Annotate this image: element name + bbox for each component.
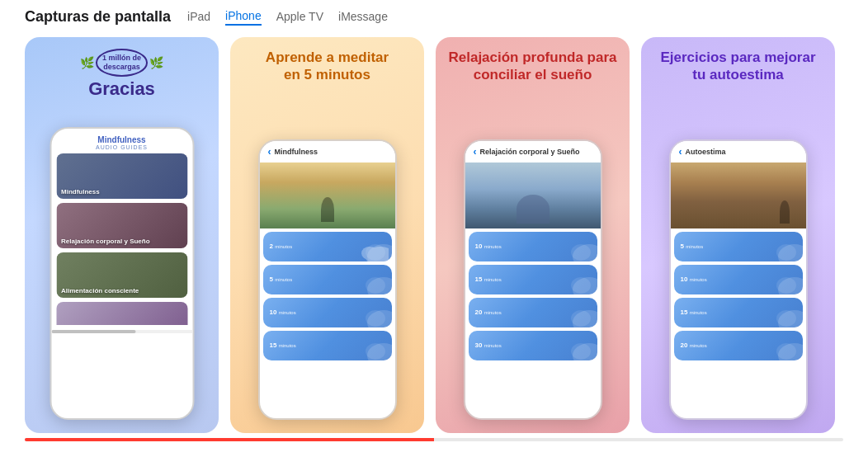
category-alimentacion: Alimentación consciente (56, 252, 187, 298)
platform-tabs: iPad iPhone Apple TV iMessage (187, 9, 388, 26)
session-item-2-2: 5 minutos (263, 265, 392, 294)
screenshot-card-4: Ejercicios para mejorartu autoestima ‹ A… (641, 37, 835, 433)
session-item-4-2: 10 minutos (674, 265, 803, 294)
screenshot-card-1: 🌿 1 millón de descargas 🌿 Gracias Mindfu… (25, 37, 219, 433)
session-time-2-1: 2 minutos (270, 243, 293, 250)
page-title: Capturas de pantalla (25, 8, 171, 26)
session-time-4-2: 10 minutos (681, 276, 707, 283)
screenshot-card-3: Relajación profunda paraconciliar el sue… (436, 37, 630, 433)
category-label-3: Alimentación consciente (61, 287, 139, 294)
session-list-4: 5 minutos 10 minutos 15 minutos 20 minut… (671, 228, 806, 367)
session-item-3-4: 30 minutos (469, 331, 597, 360)
session-item-4-1: 5 minutos (674, 232, 803, 261)
category-label-1: Mindfulness (61, 188, 100, 195)
screenshot-header: Capturas de pantalla iPad iPhone Apple T… (25, 8, 843, 26)
session-time-3-1: 10 minutos (475, 243, 502, 250)
session-item-3-1: 10 minutos (469, 232, 597, 261)
tab-imessage[interactable]: iMessage (338, 10, 388, 25)
back-arrow-2: ‹ (268, 146, 271, 158)
session-list-3: 10 minutos 15 minutos 20 minutos 30 minu… (465, 228, 601, 367)
session-item-2-4: 15 minutos (263, 331, 392, 360)
screenshot-card-2: Aprende a meditaren 5 minutos ‹ Mindfuln… (230, 37, 424, 433)
card1-top-text: 🌿 1 millón de descargas 🌿 Gracias (25, 37, 219, 105)
card2-heading: Aprende a meditaren 5 minutos (238, 49, 416, 84)
tab-iphone[interactable]: iPhone (225, 9, 262, 26)
card4-top-text: Ejercicios para mejorartu autoestima (641, 37, 835, 89)
screen-header-3: ‹ Relajación corporal y Sueño (465, 141, 601, 162)
category-mindfulness: Mindfulness (56, 153, 187, 199)
phone-mockup-1: Mindfulness AUDIO GUIDES Mindfulness Rel… (50, 127, 194, 420)
figure-3 (517, 195, 550, 224)
screenshots-row: 🌿 1 millón de descargas 🌿 Gracias Mindfu… (25, 37, 843, 433)
session-time-2-4: 15 minutos (270, 342, 296, 349)
session-item-2-3: 10 minutos (263, 298, 392, 327)
session-time-2-2: 5 minutos (270, 276, 293, 283)
session-time-4-3: 15 minutos (681, 309, 707, 316)
session-item-3-3: 20 minutos (469, 298, 597, 327)
session-time-3-4: 30 minutos (475, 342, 502, 349)
screen-title-4: Autoestima (686, 148, 726, 156)
screen-title-3: Relajación corporal y Sueño (480, 148, 580, 156)
session-list-2: 2 minutos 5 minutos 10 minutos 15 minuto… (260, 228, 395, 367)
card4-heading: Ejercicios para mejorartu autoestima (649, 49, 827, 84)
app-sub-1: AUDIO GUIDES (59, 144, 184, 150)
card2-top-text: Aprende a meditaren 5 minutos (230, 37, 424, 89)
session-item-4-4: 20 minutos (674, 331, 803, 360)
category-relajacion: Relajación corporal y Sueño (56, 203, 187, 248)
scroll-indicator (51, 330, 192, 333)
phone-mockup-4: ‹ Autoestima 5 minutos 10 minutos (669, 139, 808, 420)
session-time-3-2: 15 minutos (475, 276, 502, 283)
session-decoration-2-1 (343, 232, 389, 261)
back-arrow-4: ‹ (679, 146, 682, 158)
svg-point-1 (361, 247, 378, 260)
category-partial (56, 302, 187, 325)
category-label-2: Relajación corporal y Sueño (61, 238, 150, 245)
session-time-2-3: 10 minutos (270, 309, 296, 316)
session-item-3-2: 15 minutos (469, 265, 597, 294)
figure-2 (321, 197, 334, 222)
card3-heading: Relajación profunda paraconciliar el sue… (444, 49, 621, 84)
back-arrow-3: ‹ (474, 146, 477, 158)
tab-appletv[interactable]: Apple TV (276, 10, 323, 25)
page-scroll-fill (25, 438, 434, 441)
badge-line1: 1 millón de (102, 54, 141, 63)
hero-scene-3 (465, 162, 601, 228)
hero-scene-2 (260, 162, 395, 228)
screen-header-2: ‹ Mindfulness (260, 141, 395, 162)
card3-top-text: Relajación profunda paraconciliar el sue… (436, 37, 630, 89)
session-time-4-1: 5 minutos (681, 243, 704, 250)
session-time-4-4: 20 minutos (681, 342, 707, 349)
session-time-3-3: 20 minutos (475, 309, 502, 316)
app-title-1: Mindfulness (59, 135, 184, 144)
tab-ipad[interactable]: iPad (187, 10, 210, 25)
session-item-4-3: 15 minutos (674, 298, 803, 327)
scroll-fill (51, 330, 136, 333)
screen-header-4: ‹ Autoestima (671, 141, 806, 162)
screen-title-2: Mindfulness (275, 148, 318, 156)
session-item-2-1: 2 minutos (263, 232, 392, 261)
card1-subtitle: Gracias (33, 78, 210, 100)
hero-scene-4 (671, 162, 806, 228)
phone-mockup-2: ‹ Mindfulness 2 minutos 5 minutos (258, 139, 397, 420)
badge-line2: descargas (102, 63, 141, 72)
page-scroll-bar[interactable] (25, 438, 843, 441)
phone-mockup-3: ‹ Relajación corporal y Sueño 10 minutos… (464, 139, 602, 420)
figure-4 (780, 200, 790, 224)
svg-point-0 (366, 247, 389, 261)
